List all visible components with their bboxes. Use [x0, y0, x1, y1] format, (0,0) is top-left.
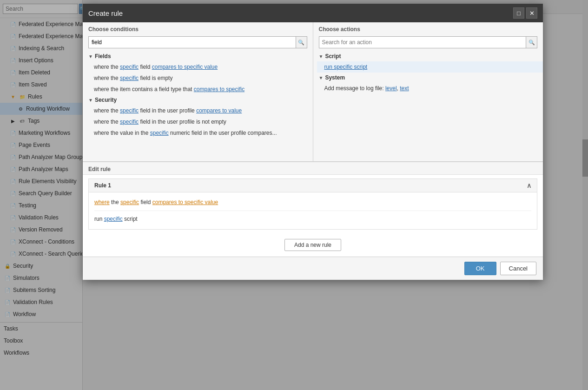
- actions-search-icon[interactable]: 🔍: [526, 37, 537, 48]
- conditions-panel: Choose conditions 🔍 ▼ Fields where the s…: [83, 22, 313, 161]
- dialog-body: Choose conditions 🔍 ▼ Fields where the s…: [83, 22, 543, 257]
- condition-item-field-compares[interactable]: where the specific field compares to spe…: [86, 61, 313, 73]
- collapse-arrow-icon: ▼: [88, 54, 93, 59]
- rule-block-header: Rule 1 ∧: [89, 179, 537, 192]
- condition-item-security-3[interactable]: where the value in the specific numeric …: [86, 127, 313, 139]
- conditions-panel-header: Choose conditions: [83, 22, 313, 34]
- edit-rule-section: Edit rule Rule 1 ∧ where the specific fi…: [83, 162, 543, 257]
- add-rule-row: Add a new rule: [83, 233, 543, 257]
- collapse-arrow-icon: ▼: [319, 54, 324, 59]
- rule-action-line: run specific script: [94, 213, 531, 225]
- condition-item-field-type[interactable]: where the item contains a field type tha…: [86, 84, 313, 95]
- actions-panel-header: Choose actions: [313, 22, 543, 34]
- edit-rule-header: Edit rule: [83, 162, 543, 175]
- section-label: Fields: [95, 53, 111, 59]
- actions-search-bar: 🔍: [319, 36, 538, 48]
- rule-title: Rule 1: [94, 182, 111, 189]
- dialog-title: Create rule: [88, 9, 511, 17]
- conditions-search-icon[interactable]: 🔍: [296, 37, 307, 48]
- section-label: Security: [95, 97, 117, 103]
- action-item-log-message[interactable]: Add message to log file: level, text: [317, 83, 543, 94]
- conditions-section-fields[interactable]: ▼ Fields: [86, 51, 313, 61]
- conditions-search-input[interactable]: [89, 37, 296, 47]
- create-rule-dialog: Create rule □ ✕ Choose conditions 🔍 ▼ Fi…: [83, 4, 543, 280]
- rule-collapse-button[interactable]: ∧: [527, 182, 531, 189]
- collapse-arrow-icon: ▼: [88, 98, 93, 103]
- actions-search-input[interactable]: [319, 37, 526, 47]
- rule-condition-line: where the specific field compares to spe…: [94, 196, 531, 209]
- section-label: System: [325, 74, 345, 81]
- dialog-footer: OK Cancel: [83, 257, 543, 280]
- section-label: Script: [325, 53, 341, 59]
- dialog-titlebar: Create rule □ ✕: [83, 4, 543, 22]
- actions-panel: Choose actions 🔍 ▼ Script run specific s…: [313, 22, 543, 161]
- conditions-search-bar: 🔍: [88, 36, 307, 48]
- rule-separator: [94, 211, 531, 211]
- rule-content: where the specific field compares to spe…: [89, 192, 537, 229]
- ok-button[interactable]: OK: [464, 262, 496, 275]
- conditions-actions-row: Choose conditions 🔍 ▼ Fields where the s…: [83, 22, 543, 162]
- cancel-button[interactable]: Cancel: [500, 262, 536, 275]
- condition-item-field-empty[interactable]: where the specific field is empty: [86, 73, 313, 84]
- conditions-section-security[interactable]: ▼ Security: [86, 95, 313, 105]
- collapse-arrow-icon: ▼: [319, 75, 324, 80]
- rule-block: Rule 1 ∧ where the specific field compar…: [88, 178, 537, 230]
- dialog-close-button[interactable]: ✕: [526, 7, 537, 19]
- add-rule-button[interactable]: Add a new rule: [284, 239, 341, 251]
- action-item-run-script[interactable]: run specific script: [317, 61, 543, 73]
- actions-section-system[interactable]: ▼ System: [317, 73, 543, 83]
- actions-section-script[interactable]: ▼ Script: [317, 51, 543, 61]
- dialog-maximize-button[interactable]: □: [513, 7, 524, 19]
- actions-list: ▼ Script run specific script ▼ System Ad…: [313, 51, 543, 161]
- condition-item-security-2[interactable]: where the specific field in the user pro…: [86, 116, 313, 127]
- condition-item-security-1[interactable]: where the specific field in the user pro…: [86, 105, 313, 116]
- conditions-list: ▼ Fields where the specific field compar…: [83, 51, 313, 161]
